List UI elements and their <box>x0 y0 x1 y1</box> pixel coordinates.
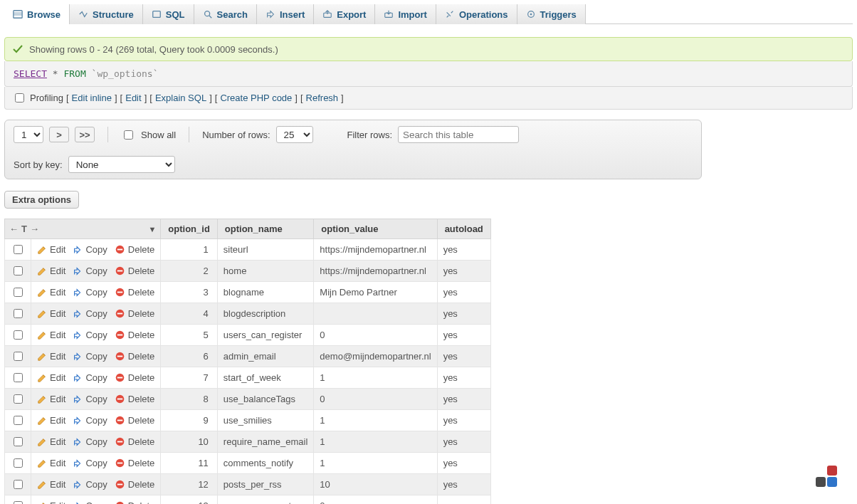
col-autoload[interactable]: autoload <box>437 219 490 239</box>
col-option-value[interactable]: option_value <box>314 219 437 239</box>
tab-import[interactable]: Import <box>375 4 436 24</box>
row-edit-link[interactable]: Edit <box>37 266 65 276</box>
row-edit-link[interactable]: Edit <box>37 351 65 362</box>
delete-icon <box>115 479 125 490</box>
edit-inline-link[interactable]: Edit inline <box>72 93 112 103</box>
row-checkbox[interactable] <box>14 288 23 297</box>
row-edit-link[interactable]: Edit <box>37 330 65 340</box>
filter-rows-input[interactable] <box>398 126 519 143</box>
row-delete-link[interactable]: Delete <box>115 244 155 255</box>
row-checkbox[interactable] <box>14 480 23 489</box>
delete-icon <box>115 287 125 298</box>
fulltext-toggle-header[interactable]: ←T→ ▼ <box>5 219 161 239</box>
cell-option-value: 0 <box>314 389 437 410</box>
row-copy-link[interactable]: Copy <box>73 394 107 404</box>
row-delete-link[interactable]: Delete <box>115 308 155 319</box>
row-copy-link[interactable]: Copy <box>73 244 107 255</box>
row-copy-link[interactable]: Copy <box>73 308 107 319</box>
pencil-icon <box>37 480 47 490</box>
import-icon <box>384 9 394 19</box>
row-edit-link[interactable]: Edit <box>37 479 65 490</box>
cell-option-id: 13 <box>161 495 218 505</box>
profiling-checkbox[interactable] <box>15 93 24 103</box>
cell-option-name: start_of_week <box>217 367 314 389</box>
last-page-button[interactable]: >> <box>75 127 95 142</box>
row-edit-link[interactable]: Edit <box>37 458 65 468</box>
explain-sql-link[interactable]: Explain SQL <box>155 93 206 103</box>
row-copy-link[interactable]: Copy <box>73 479 107 490</box>
row-delete-link[interactable]: Delete <box>115 500 155 504</box>
tab-structure[interactable]: Structure <box>70 4 143 24</box>
row-edit-link[interactable]: Edit <box>37 500 65 504</box>
cell-option-name: home <box>217 261 314 282</box>
row-delete-link[interactable]: Delete <box>115 458 155 468</box>
row-delete-link[interactable]: Delete <box>115 351 155 362</box>
row-edit-link[interactable]: Edit <box>37 244 65 255</box>
col-option-name[interactable]: option_name <box>217 219 314 239</box>
row-copy-link[interactable]: Copy <box>73 330 107 340</box>
row-checkbox[interactable] <box>14 373 23 382</box>
tab-sql[interactable]: SQL <box>143 4 194 24</box>
row-checkbox[interactable] <box>14 266 23 275</box>
row-checkbox[interactable] <box>14 352 23 361</box>
row-delete-link[interactable]: Delete <box>115 479 155 490</box>
row-edit-link[interactable]: Edit <box>37 415 65 426</box>
row-edit-link[interactable]: Edit <box>37 308 65 319</box>
row-copy-link[interactable]: Copy <box>73 458 107 468</box>
row-checkbox[interactable] <box>14 501 23 504</box>
row-checkbox[interactable] <box>14 437 23 446</box>
row-checkbox[interactable] <box>14 394 23 404</box>
edit-link[interactable]: Edit <box>125 93 141 103</box>
cell-option-value: demo@mijndemopartner.nl <box>314 346 437 367</box>
row-edit-link[interactable]: Edit <box>37 436 65 447</box>
tab-export[interactable]: Export <box>314 4 375 24</box>
row-delete-link[interactable]: Delete <box>115 415 155 426</box>
tab-search[interactable]: Search <box>194 4 257 24</box>
filter-rows-label: Filter rows: <box>347 130 393 140</box>
row-copy-link[interactable]: Copy <box>73 287 107 298</box>
row-copy-link[interactable]: Copy <box>73 266 107 276</box>
tab-insert[interactable]: Insert <box>257 4 314 24</box>
row-copy-link[interactable]: Copy <box>73 415 107 426</box>
cell-option-name: use_smilies <box>217 410 314 431</box>
cell-autoload: yes <box>437 239 490 261</box>
row-edit-link[interactable]: Edit <box>37 287 65 298</box>
row-edit-link[interactable]: Edit <box>37 394 65 404</box>
sort-by-key-select[interactable]: None <box>68 156 175 173</box>
tab-operations[interactable]: Operations <box>436 4 517 24</box>
row-copy-link[interactable]: Copy <box>73 436 107 447</box>
row-checkbox[interactable] <box>14 330 23 340</box>
cell-option-id: 7 <box>161 367 218 389</box>
delete-icon <box>115 436 125 447</box>
row-delete-link[interactable]: Delete <box>115 330 155 340</box>
row-checkbox[interactable] <box>14 245 23 254</box>
row-edit-link[interactable]: Edit <box>37 372 65 383</box>
row-copy-link[interactable]: Copy <box>73 372 107 383</box>
svg-rect-23 <box>117 377 123 379</box>
row-copy-link[interactable]: Copy <box>73 500 107 504</box>
copy-icon <box>73 309 83 319</box>
refresh-link[interactable]: Refresh <box>306 93 339 103</box>
page-select[interactable]: 1 <box>14 126 43 143</box>
row-delete-link[interactable]: Delete <box>115 372 155 383</box>
row-copy-link[interactable]: Copy <box>73 351 107 362</box>
show-all-checkbox[interactable] <box>124 130 133 140</box>
table-row: Edit Copy Delete9use_smilies1yes <box>5 410 491 431</box>
extra-options-button[interactable]: Extra options <box>4 191 79 209</box>
svg-rect-19 <box>117 335 123 336</box>
next-page-button[interactable]: > <box>49 127 69 142</box>
tab-browse[interactable]: Browse <box>4 4 70 24</box>
tab-structure-label: Structure <box>93 9 134 20</box>
row-delete-link[interactable]: Delete <box>115 266 155 276</box>
row-checkbox[interactable] <box>14 416 23 425</box>
create-php-link[interactable]: Create PHP code <box>220 93 292 103</box>
row-delete-link[interactable]: Delete <box>115 287 155 298</box>
num-rows-select[interactable]: 25 <box>276 126 313 143</box>
cell-option-id: 2 <box>161 261 218 282</box>
col-option-id[interactable]: option_id <box>161 219 218 239</box>
row-delete-link[interactable]: Delete <box>115 436 155 447</box>
row-delete-link[interactable]: Delete <box>115 394 155 404</box>
row-checkbox[interactable] <box>14 309 23 318</box>
row-checkbox[interactable] <box>14 458 23 468</box>
tab-triggers[interactable]: Triggers <box>517 4 586 24</box>
